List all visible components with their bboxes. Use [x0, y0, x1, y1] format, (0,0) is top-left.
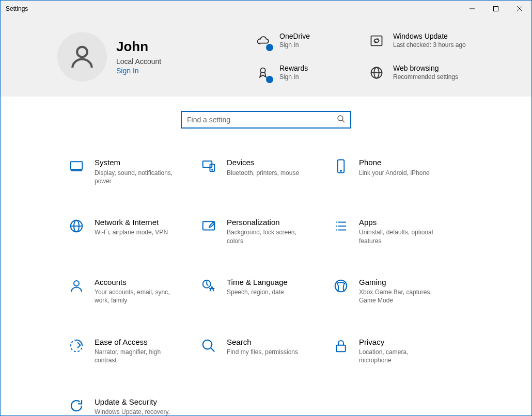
category-desc: Speech, region, date	[227, 288, 288, 296]
onedrive-icon	[254, 31, 272, 50]
category-search[interactable]: Search Find my files, permissions	[200, 337, 332, 365]
category-desc: Display, sound, notifications, power	[95, 169, 177, 185]
status-title: OneDrive	[279, 31, 310, 41]
status-title: Rewards	[279, 63, 308, 73]
category-title: Time & Language	[227, 277, 288, 287]
category-apps[interactable]: Apps Uninstall, defaults, optional featu…	[332, 217, 464, 245]
category-devices[interactable]: Devices Bluetooth, printers, mouse	[200, 157, 332, 185]
category-time-language[interactable]: Time & Language Speech, region, date	[200, 277, 332, 305]
globe-icon	[367, 63, 386, 82]
devices-icon	[200, 157, 217, 175]
categories-grid: System Display, sound, notifications, po…	[1, 139, 531, 416]
category-title: Apps	[359, 217, 442, 228]
status-grid: OneDrive Sign In Windows Update Last che…	[254, 31, 495, 82]
svg-point-4	[77, 47, 87, 57]
category-title: Accounts	[95, 277, 177, 287]
close-button[interactable]	[508, 1, 531, 17]
accounts-icon	[68, 277, 85, 295]
window-title: Settings	[6, 5, 28, 12]
search-input[interactable]	[187, 116, 337, 124]
category-title: Phone	[359, 157, 430, 168]
status-rewards[interactable]: Rewards Sign In	[254, 63, 367, 82]
status-sub: Last checked: 3 hours ago	[393, 41, 466, 50]
search-box[interactable]	[181, 111, 351, 129]
svg-point-29	[74, 281, 79, 286]
category-accounts[interactable]: Accounts Your accounts, email, sync, wor…	[68, 277, 200, 305]
account-name: John	[116, 39, 161, 55]
status-windows-update[interactable]: Windows Update Last checked: 3 hours ago	[367, 31, 481, 50]
category-desc: Uninstall, defaults, optional features	[359, 228, 442, 245]
category-desc: Your accounts, email, sync, work, family	[95, 288, 177, 305]
category-system[interactable]: System Display, sound, notifications, po…	[68, 157, 200, 185]
maximize-button[interactable]	[484, 1, 508, 17]
settings-window: Settings John Local Account	[0, 0, 532, 416]
category-desc: Bluetooth, printers, mouse	[227, 169, 299, 177]
windows-update-icon	[367, 31, 386, 50]
search-category-icon	[200, 337, 217, 355]
account-subtype: Local Account	[116, 57, 161, 66]
category-title: Gaming	[359, 277, 442, 287]
window-controls	[460, 1, 531, 17]
status-sub: Sign In	[279, 41, 310, 50]
category-title: Update & Security	[95, 397, 177, 407]
svg-line-33	[211, 347, 215, 351]
category-title: Personalization	[227, 217, 309, 228]
status-web-browsing[interactable]: Web browsing Recommended settings	[367, 63, 481, 82]
category-privacy[interactable]: Privacy Location, camera, microphone	[332, 337, 464, 365]
svg-rect-12	[71, 162, 83, 169]
category-title: System	[95, 157, 177, 168]
svg-rect-34	[336, 345, 346, 351]
svg-point-6	[260, 68, 265, 73]
category-gaming[interactable]: Gaming Xbox Game Bar, captures, Game Mod…	[332, 277, 464, 305]
globe-icon	[68, 217, 85, 235]
status-dot-icon	[266, 76, 273, 83]
status-onedrive[interactable]: OneDrive Sign In	[254, 31, 367, 50]
category-phone[interactable]: Phone Link your Android, iPhone	[332, 157, 464, 185]
status-sub: Sign In	[279, 73, 308, 82]
avatar	[57, 32, 107, 82]
search-icon	[337, 115, 345, 125]
category-title: Network & Internet	[95, 217, 168, 228]
minimize-button[interactable]	[460, 1, 484, 17]
svg-rect-5	[371, 36, 382, 46]
status-title: Windows Update	[393, 31, 466, 41]
svg-line-11	[342, 120, 345, 122]
category-ease-of-access[interactable]: Ease of Access Narrator, magnifier, high…	[68, 337, 200, 365]
category-desc: Location, camera, microphone	[359, 348, 442, 364]
category-network[interactable]: Network & Internet Wi-Fi, airplane mode,…	[68, 217, 200, 245]
status-sub: Recommended settings	[393, 73, 458, 82]
category-title: Ease of Access	[95, 337, 177, 347]
svg-point-16	[212, 169, 213, 170]
update-security-icon	[68, 397, 85, 414]
ease-of-access-icon	[68, 337, 85, 355]
category-title: Privacy	[359, 337, 442, 347]
svg-point-32	[203, 340, 212, 349]
lock-icon	[332, 337, 350, 355]
apps-icon	[332, 217, 350, 235]
personalization-icon	[200, 217, 217, 235]
category-title: Search	[227, 337, 298, 347]
status-dot-icon	[266, 44, 273, 51]
header-area: John Local Account Sign In OneDrive Sign…	[1, 17, 531, 97]
account-signin-link[interactable]: Sign In	[116, 67, 161, 75]
category-personalization[interactable]: Personalization Background, lock screen,…	[200, 217, 332, 245]
category-update-security[interactable]: Update & Security Windows Update, recove…	[68, 397, 200, 417]
rewards-icon	[254, 63, 272, 82]
svg-point-18	[340, 170, 341, 171]
category-desc: Background, lock screen, colors	[227, 228, 309, 245]
category-desc: Link your Android, iPhone	[359, 169, 430, 177]
time-language-icon	[200, 277, 217, 295]
titlebar: Settings	[1, 1, 531, 17]
category-desc: Find my files, permissions	[227, 348, 298, 356]
category-desc: Windows Update, recovery, backup	[95, 408, 177, 416]
category-desc: Narrator, magnifier, high contrast	[95, 348, 177, 364]
svg-rect-1	[494, 7, 498, 11]
svg-point-10	[338, 116, 343, 121]
account-block[interactable]: John Local Account Sign In	[57, 31, 254, 82]
phone-icon	[332, 157, 350, 175]
category-desc: Xbox Game Bar, captures, Game Mode	[359, 288, 442, 305]
category-desc: Wi-Fi, airplane mode, VPN	[95, 228, 168, 236]
account-text: John Local Account Sign In	[116, 39, 161, 74]
status-title: Web browsing	[393, 63, 458, 73]
system-icon	[68, 157, 85, 175]
